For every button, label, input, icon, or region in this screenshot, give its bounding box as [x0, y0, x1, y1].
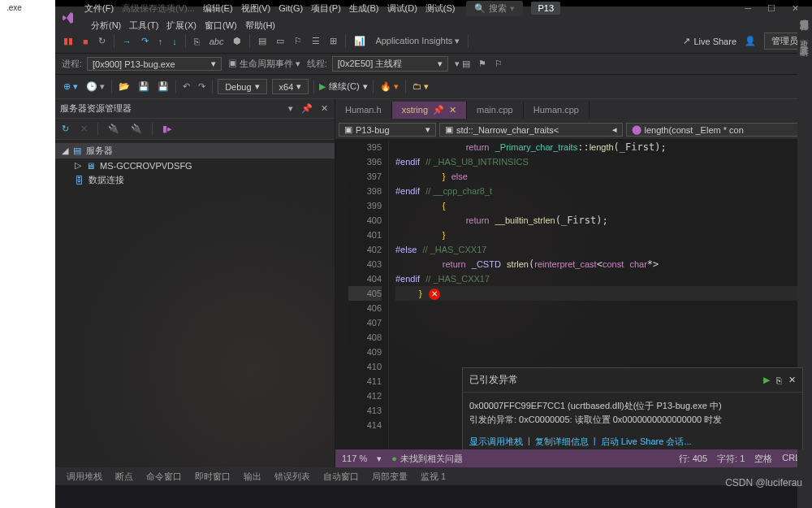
tab-main-cpp[interactable]: main.cpp	[467, 102, 524, 118]
refresh-icon[interactable]: ↻	[60, 124, 71, 134]
indent-indicator[interactable]: 空格	[754, 453, 772, 465]
step-over-icon[interactable]: ↷	[140, 36, 150, 46]
issues-indicator[interactable]: ●未找到相关问题	[391, 453, 463, 465]
col-indicator[interactable]: 字符: 1	[717, 453, 745, 465]
exc-continue-icon[interactable]: ▶	[763, 375, 770, 385]
menu-build[interactable]: 生成(B)	[346, 1, 382, 16]
chart-icon[interactable]: 📊	[352, 36, 367, 46]
appinsights-button[interactable]: Application Insights ▾	[374, 36, 461, 46]
continue-button[interactable]: ▶ 继续(C) ▾	[319, 80, 367, 93]
stop2-icon[interactable]: ✕	[79, 124, 89, 134]
menu-project[interactable]: 项目(P)	[308, 1, 344, 16]
connect2-icon[interactable]: 🔌	[129, 124, 144, 134]
callstack-tab[interactable]: 调用堆栈	[62, 469, 107, 484]
lifecycle-button[interactable]: ▣ 生命周期事件 ▾	[227, 58, 302, 70]
process-toolbar: 进程: [0x900] P13-bug.exe▾ ▣ 生命周期事件 ▾ 线程: …	[55, 54, 812, 75]
panel-menu-icon[interactable]: ▾	[287, 103, 295, 114]
tab-xstring[interactable]: xstring 📌 ✕	[392, 102, 467, 119]
saveall-icon[interactable]: 💾	[156, 81, 171, 92]
menu-tools[interactable]: 工具(T)	[126, 18, 162, 33]
bookmark-icon[interactable]: ⚐	[292, 36, 304, 46]
tab-close-icon[interactable]: ✕	[449, 105, 456, 115]
menu-git[interactable]: Git(G)	[275, 2, 306, 15]
code-content[interactable]: return _Primary_char_traits::length(_Fir…	[389, 140, 812, 449]
menu-save-adv[interactable]: 高级保存选项(V)...	[119, 1, 198, 16]
grid-icon[interactable]: ⊞	[328, 36, 339, 46]
flag-icon[interactable]: ⚑	[477, 59, 488, 69]
step-icon[interactable]: ↓	[171, 37, 179, 46]
step-into-icon[interactable]: →	[121, 37, 133, 46]
folder-icon[interactable]: 🗀 ▾	[411, 81, 430, 92]
start-liveshare-link[interactable]: 启动 Live Share 会话...	[601, 436, 692, 448]
flag2-icon[interactable]: ⚐	[493, 59, 504, 69]
menu-extensions[interactable]: 扩展(X)	[163, 18, 200, 33]
scope-nav[interactable]: ▣ std::_Narrow_char_traits<◂	[439, 123, 623, 137]
line-indicator[interactable]: 行: 405	[679, 453, 707, 465]
tool-icon[interactable]: ▤	[257, 36, 268, 46]
hot-reload-icon[interactable]: 🔥 ▾	[378, 81, 400, 92]
command-tab[interactable]: 命令窗口	[141, 469, 187, 484]
tab-human-cpp[interactable]: Human.cpp	[524, 102, 590, 118]
tab-human-h[interactable]: Human.h	[335, 102, 392, 118]
show-callstack-link[interactable]: 显示调用堆栈	[469, 436, 523, 448]
thread-dropdown[interactable]: [0x2E50] 主线程▾	[332, 56, 448, 72]
stackframe-icon[interactable]: ▾ ▤	[453, 59, 472, 69]
restart-icon[interactable]: ↻	[97, 36, 107, 46]
step-out-icon[interactable]: ↑	[157, 37, 165, 46]
tree-server-root[interactable]: ◢ ▤ 服务器	[55, 143, 335, 158]
tab-pin-icon[interactable]: 📌	[433, 105, 444, 115]
undo-icon[interactable]: ↶	[181, 81, 192, 92]
stop-icon[interactable]: ■	[81, 37, 90, 46]
abc-icon[interactable]: abc	[208, 37, 226, 46]
redo-icon[interactable]: ↷	[197, 81, 207, 92]
pin-icon[interactable]: 📌	[300, 103, 314, 114]
member-nav[interactable]: ⬤ length(const _Elem * con▾	[626, 123, 810, 137]
project-nav[interactable]: ▣ P13-bug▾	[339, 123, 436, 137]
menu-window[interactable]: 窗口(W)	[201, 18, 240, 33]
menu-test[interactable]: 测试(S)	[422, 1, 459, 16]
minimize-button[interactable]: ─	[745, 3, 751, 14]
azure-icon[interactable]: ▮▸	[161, 124, 174, 134]
show-next-icon[interactable]: ⎘	[192, 37, 201, 46]
hex-icon[interactable]: ⬢	[231, 36, 243, 46]
output-tab[interactable]: 输出	[239, 469, 266, 484]
tree-machine-node[interactable]: ▷ 🖥 MS-GCCROVPVDSFG	[55, 158, 335, 172]
zoom-level[interactable]: 117 %	[342, 454, 367, 463]
copy-details-link[interactable]: 复制详细信息	[535, 436, 589, 448]
forward-icon[interactable]: 🕒 ▾	[84, 81, 106, 92]
window-icon[interactable]: ▭	[274, 36, 286, 46]
errorlist-tab[interactable]: 错误列表	[270, 469, 315, 484]
account-icon[interactable]: 👤	[743, 36, 758, 46]
tree-dataconn-node[interactable]: 🗄 数据连接	[55, 172, 335, 188]
search-box[interactable]: 🔍 搜索 ▾	[466, 1, 523, 16]
exc-copy-icon[interactable]: ⎘	[776, 376, 782, 385]
maximize-button[interactable]: ☐	[767, 3, 775, 14]
solution-badge: P13	[531, 2, 560, 15]
platform-dropdown[interactable]: x64 ▾	[272, 79, 309, 94]
menu-edit[interactable]: 编辑(E)	[200, 1, 236, 16]
menu-help[interactable]: 帮助(H)	[242, 18, 279, 33]
liveshare-button[interactable]: ↗ Live Share	[683, 36, 736, 46]
watch-tab[interactable]: 监视 1	[416, 469, 451, 484]
exc-close-icon[interactable]: ✕	[788, 375, 796, 385]
save-icon[interactable]: 💾	[136, 81, 151, 92]
menu-analyze[interactable]: 分析(N)	[88, 18, 124, 33]
immediate-tab[interactable]: 即时窗口	[190, 469, 235, 484]
pause-icon[interactable]: ▮▮	[62, 36, 75, 46]
config-dropdown[interactable]: Debug ▾	[218, 79, 266, 94]
menu-view[interactable]: 视图(V)	[238, 1, 274, 16]
panel-close-icon[interactable]: ✕	[319, 103, 330, 114]
search-placeholder: 搜索	[489, 2, 507, 15]
exception-title: 已引发异常	[469, 373, 763, 387]
open-icon[interactable]: 📂	[117, 81, 132, 92]
list-icon[interactable]: ☰	[310, 36, 322, 46]
git-changes-tab[interactable]: Git 更改	[799, 20, 810, 33]
autos-tab[interactable]: 自动窗口	[318, 469, 364, 484]
menu-file[interactable]: 文件(F)	[81, 1, 117, 16]
connect-icon[interactable]: 🔌	[106, 124, 121, 134]
breakpoints-tab[interactable]: 断点	[110, 469, 138, 484]
process-dropdown[interactable]: [0x900] P13-bug.exe▾	[87, 57, 222, 71]
back-icon[interactable]: ⊕ ▾	[62, 81, 80, 92]
locals-tab[interactable]: 局部变量	[367, 469, 412, 484]
menu-debug[interactable]: 调试(D)	[384, 1, 421, 16]
